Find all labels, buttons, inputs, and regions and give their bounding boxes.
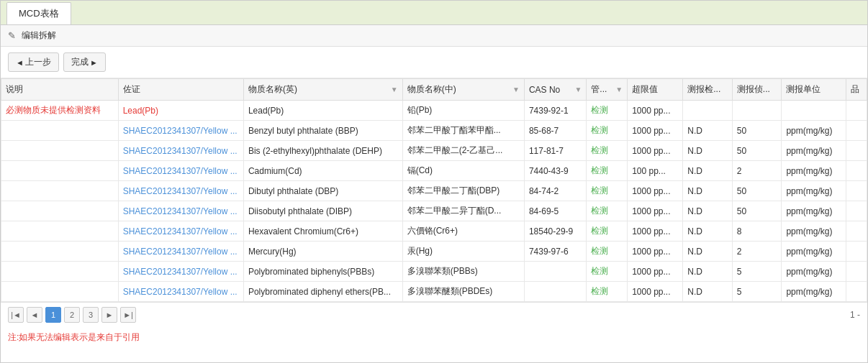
page-info: 1 - bbox=[850, 310, 860, 320]
col-name-en: 物质名称(英) ▼ bbox=[243, 79, 402, 101]
filter-name-en-icon[interactable]: ▼ bbox=[391, 86, 398, 93]
filter-cas-icon[interactable]: ▼ bbox=[574, 86, 582, 93]
page-2-button[interactable]: 2 bbox=[64, 307, 80, 323]
col-note: 说明 bbox=[1, 79, 119, 101]
left-arrow-icon: ◄ bbox=[16, 58, 24, 67]
table-row: SHAEC2012341307/Yellow ...Diisobutyl pht… bbox=[1, 201, 867, 221]
col-extra: 品 bbox=[846, 79, 867, 101]
next-page-button[interactable]: ► bbox=[101, 307, 117, 323]
filter-manage-icon[interactable]: ▼ bbox=[615, 86, 623, 93]
col-unit: 测报单位 bbox=[782, 79, 846, 101]
col-detect1: 测报检... bbox=[683, 79, 733, 101]
col-name-cn: 物质名称(中) ▼ bbox=[402, 79, 524, 101]
prev-page-button[interactable]: ◄ bbox=[27, 307, 42, 323]
filter-name-cn-icon[interactable]: ▼ bbox=[512, 86, 520, 93]
col-cas: CAS No ▼ bbox=[524, 79, 586, 101]
first-page-button[interactable]: |◄ bbox=[8, 307, 24, 323]
toolbar: ✎ 编辑拆解 bbox=[1, 25, 867, 47]
right-arrow-icon: ► bbox=[90, 58, 98, 67]
page-1-button[interactable]: 1 bbox=[45, 307, 61, 323]
finish-label: 完成 bbox=[71, 56, 89, 68]
table-header: 说明 佐证 物质名称(英) ▼ 物质名称(中) ▼ bbox=[1, 79, 867, 101]
finish-button[interactable]: 完成 ► bbox=[63, 52, 106, 72]
prev-label: 上一步 bbox=[25, 56, 51, 68]
col-detect2: 测报侦... bbox=[732, 79, 782, 101]
tab-bar: MCD表格 bbox=[1, 1, 867, 25]
edit-disassemble-button[interactable]: 编辑拆解 bbox=[22, 29, 56, 42]
last-page-button[interactable]: ►| bbox=[120, 307, 136, 323]
edit-icon: ✎ bbox=[8, 30, 16, 41]
page-3-button[interactable]: 3 bbox=[83, 307, 99, 323]
table-row: SHAEC2012341307/Yellow ...Polybrominated… bbox=[1, 282, 867, 302]
table-row: SHAEC2012341307/Yellow ...Dibutyl phthal… bbox=[1, 181, 867, 201]
col-evidence: 佐证 bbox=[118, 79, 243, 101]
table-row: SHAEC2012341307/Yellow ...Benzyl butyl p… bbox=[1, 121, 867, 141]
col-limit: 超限值 bbox=[628, 79, 683, 101]
table-row: SHAEC2012341307/Yellow ...Cadmium(Cd)镉(C… bbox=[1, 161, 867, 181]
pagination-bar: |◄ ◄ 1 2 3 ► ►| 1 - bbox=[1, 302, 867, 327]
table-row: SHAEC2012341307/Yellow ...Hexavalent Chr… bbox=[1, 221, 867, 242]
table-body: 必测物质未提供检测资料Lead(Pb)Lead(Pb)铅(Pb)7439-92-… bbox=[1, 101, 867, 302]
nav-bar: ◄ 上一步 完成 ► bbox=[1, 47, 867, 78]
pagination-left: |◄ ◄ 1 2 3 ► ►| bbox=[8, 307, 136, 323]
table-row: SHAEC2012341307/Yellow ...Polybrominated… bbox=[1, 262, 867, 282]
main-window: MCD表格 ✎ 编辑拆解 ◄ 上一步 完成 ► 说明 佐证 bbox=[0, 0, 868, 363]
tab-mcd[interactable]: MCD表格 bbox=[6, 2, 71, 24]
table-row: SHAEC2012341307/Yellow ...Mercury(Hg)汞(H… bbox=[1, 242, 867, 262]
footer-note: 注:如果无法编辑表示是来自于引用 bbox=[1, 327, 867, 348]
prev-step-button[interactable]: ◄ 上一步 bbox=[8, 52, 59, 72]
table-row: SHAEC2012341307/Yellow ...Bis (2-ethylhe… bbox=[1, 141, 867, 161]
table-container: 说明 佐证 物质名称(英) ▼ 物质名称(中) ▼ bbox=[1, 78, 867, 302]
data-table: 说明 佐证 物质名称(英) ▼ 物质名称(中) ▼ bbox=[1, 78, 867, 302]
col-manage: 管... ▼ bbox=[587, 79, 628, 101]
table-row: 必测物质未提供检测资料Lead(Pb)Lead(Pb)铅(Pb)7439-92-… bbox=[1, 101, 867, 121]
